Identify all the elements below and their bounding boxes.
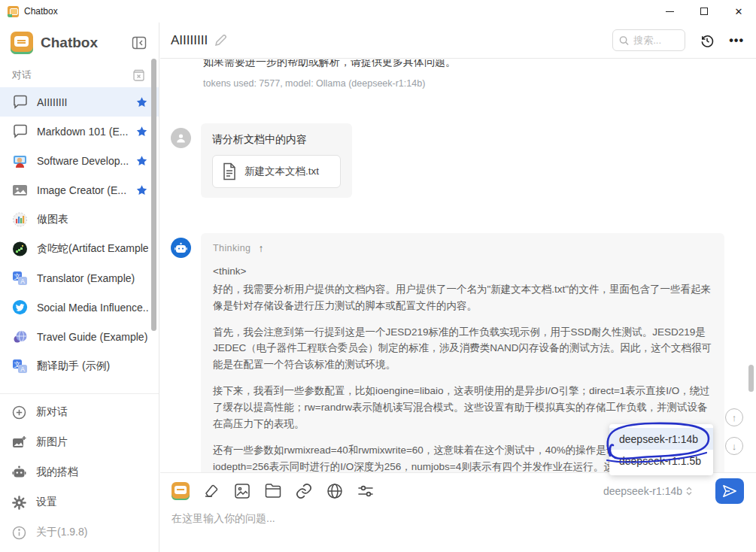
conversation-item[interactable]: 贪吃蛇(Artifact Example) — [0, 234, 159, 263]
think-paragraph: 首先，我会注意到第一行提到这是一个JESD219标准的工作负载实现示例，用于SS… — [213, 324, 712, 374]
chat-bubble-icon — [13, 124, 28, 138]
collapse-sidebar-icon — [132, 36, 147, 50]
model-dropdown: deepseek-r1:14b deepseek-r1:1.5b — [609, 424, 713, 475]
new-chat-button[interactable]: 新对话 — [0, 397, 159, 427]
star-icon[interactable] — [135, 126, 148, 138]
model-option[interactable]: deepseek-r1:14b — [609, 428, 713, 450]
conversation-list: AIIIIIIII Markdown 101 (E... Software De… — [0, 87, 159, 381]
conversation-item[interactable]: 文A Translator (Example) — [0, 263, 159, 293]
search-input[interactable] — [633, 35, 679, 46]
chatbox-quick-icon[interactable] — [172, 482, 190, 500]
chatbox-app-icon — [8, 6, 19, 17]
insert-link-button[interactable] — [295, 482, 313, 500]
maximize-button[interactable] — [687, 0, 721, 23]
collapse-thinking-button[interactable]: ↑ — [258, 242, 263, 254]
robot-avatar-icon — [175, 242, 187, 254]
twitter-bird-icon — [12, 299, 28, 315]
main-panel: AIIIIIIII ••• 如果需要进一步的帮助或解析，请提供更多具体问题。 t… — [160, 23, 756, 552]
conversation-item[interactable]: Image Creator (E... — [0, 175, 159, 205]
minimize-icon — [666, 11, 674, 12]
conversation-title: Travel Guide (Example) — [37, 331, 148, 343]
attachment-name: 新建文本文档.txt — [244, 165, 319, 178]
message-settings-button[interactable] — [357, 483, 375, 499]
conversation-item[interactable]: Travel Guide (Example) — [0, 322, 159, 351]
globe-icon — [326, 482, 344, 500]
about-button[interactable]: 关于(1.9.8) — [0, 517, 159, 547]
conversation-item[interactable]: 文A 翻译助手 (示例) — [0, 351, 159, 381]
chatbox-window: Chatbox ✕ Chatbox 对话 AIIIIIIII — [0, 0, 756, 552]
sidebar-menu: 新对话 新图片 我的搭档 设置 关于(1.9.8) — [0, 393, 159, 547]
assistant-avatar — [171, 238, 191, 258]
message-input[interactable] — [172, 512, 721, 542]
conversations-section-header: 对话 — [0, 60, 159, 87]
conversation-item[interactable]: Social Media Influence... — [0, 293, 159, 322]
chat-bubble-icon — [13, 95, 28, 109]
user-message-bubble: 请分析文档中的内容 新建文本文档.txt — [201, 123, 352, 198]
insert-image-button[interactable] — [233, 482, 251, 500]
current-model-label: deepseek-r1:14b — [603, 485, 682, 497]
chatbox-logo — [11, 32, 33, 54]
conversation-title: Social Media Influence... — [37, 302, 148, 314]
os-titlebar: Chatbox ✕ — [0, 0, 756, 23]
conversation-item[interactable]: Software Develop... — [0, 146, 159, 175]
model-option[interactable]: deepseek-r1:1.5b — [609, 450, 713, 472]
svg-text:A: A — [20, 365, 25, 372]
star-icon[interactable] — [135, 184, 148, 196]
scroll-to-top-button[interactable]: ↑ — [725, 408, 743, 426]
maximize-icon — [700, 8, 708, 15]
translator-icon: 文A — [12, 271, 28, 286]
conversation-title-heading: AIIIIIIII — [171, 33, 208, 48]
plus-circle-icon — [12, 405, 26, 420]
chevron-updown-icon — [685, 486, 693, 496]
clear-conversations-button[interactable] — [131, 68, 147, 83]
more-options-button[interactable]: ••• — [729, 37, 744, 44]
new-image-button[interactable]: 新图片 — [0, 427, 159, 457]
scroll-to-bottom-button[interactable]: ↓ — [725, 437, 743, 455]
eraser-icon — [202, 482, 220, 500]
search-icon — [619, 35, 629, 46]
minimize-button[interactable] — [652, 0, 687, 23]
search-box[interactable] — [612, 29, 685, 51]
send-button[interactable] — [715, 478, 744, 504]
image-icon — [12, 183, 28, 197]
conversation-item[interactable]: 做图表 — [0, 205, 159, 234]
close-button[interactable]: ✕ — [721, 0, 756, 23]
folder-icon — [264, 483, 282, 499]
previous-message-tail: 如果需要进一步的帮助或解析，请提供更多具体问题。 — [171, 59, 756, 70]
conversation-item[interactable]: Markdown 101 (E... — [0, 117, 159, 146]
conversation-title: 翻译助手 (示例) — [37, 359, 148, 373]
chat-scrollbar[interactable] — [748, 365, 754, 392]
robot-icon — [12, 466, 26, 479]
close-icon: ✕ — [735, 6, 743, 17]
gear-icon — [12, 496, 26, 510]
svg-text:A: A — [20, 277, 25, 284]
conversation-title: Translator (Example) — [37, 272, 148, 284]
message-list[interactable]: 如果需要进一步的帮助或解析，请提供更多具体问题。 tokens used: 75… — [160, 59, 756, 472]
web-browsing-button[interactable] — [326, 482, 344, 500]
conversations-section-label: 对话 — [12, 68, 131, 82]
eraser-button[interactable] — [202, 482, 220, 500]
send-icon — [721, 484, 738, 499]
model-selector[interactable]: deepseek-r1:14b — [603, 485, 693, 497]
link-icon — [295, 482, 313, 500]
tokens-info: tokens used: 7577, model: Ollama (deepse… — [171, 78, 756, 89]
edit-title-button[interactable] — [214, 35, 226, 47]
star-icon[interactable] — [135, 155, 148, 167]
conversation-item[interactable]: AIIIIIIII — [0, 87, 159, 117]
sliders-icon — [357, 483, 375, 499]
my-copilots-button[interactable]: 我的搭档 — [0, 457, 159, 487]
attach-file-button[interactable] — [264, 483, 282, 499]
settings-button[interactable]: 设置 — [0, 487, 159, 517]
star-icon[interactable] — [135, 96, 148, 108]
user-message-row: 请分析文档中的内容 新建文本文档.txt — [171, 123, 756, 198]
history-button[interactable] — [700, 33, 715, 48]
conversation-title: Markdown 101 (E... — [37, 126, 131, 138]
window-title: Chatbox — [24, 6, 58, 17]
composer: deepseek-r1:14b — [160, 472, 756, 552]
image-outline-icon — [233, 482, 251, 500]
collapse-sidebar-button[interactable] — [130, 35, 148, 51]
attachment-card[interactable]: 新建文本文档.txt — [212, 155, 341, 188]
translator-icon: 文A — [12, 359, 28, 374]
sidebar-scrollbar[interactable] — [151, 59, 156, 331]
think-open-tag: <think> — [213, 263, 712, 280]
